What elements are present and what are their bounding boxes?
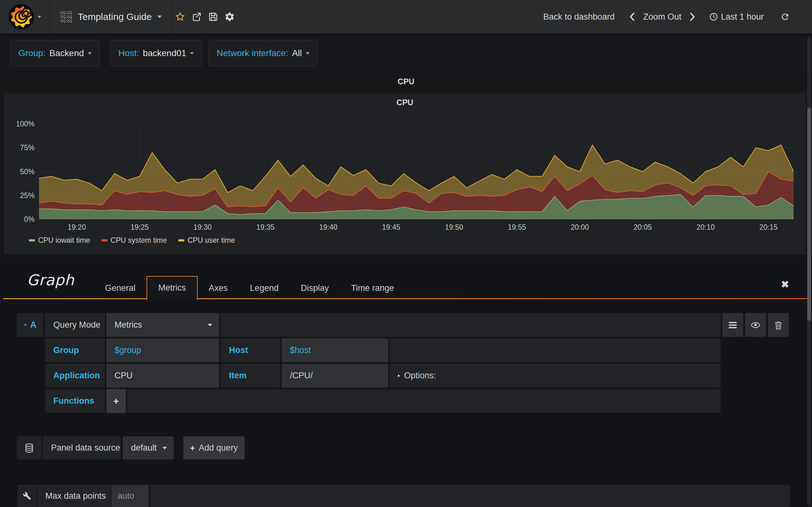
tab-metrics[interactable]: Metrics [147, 276, 198, 300]
query-mode-value: Metrics [114, 320, 142, 330]
svg-text:20:05: 20:05 [633, 223, 652, 231]
zoom-out-button[interactable]: Zoom Out [643, 12, 681, 22]
query-menu-button[interactable] [722, 313, 743, 337]
panel-settings-icon-cell [17, 485, 37, 507]
share-button[interactable] [189, 0, 205, 34]
svg-text:19:35: 19:35 [256, 223, 275, 231]
plus-icon: + [190, 444, 195, 452]
template-variables-bar: Group: Backend Host: backend01 Network i… [0, 34, 812, 72]
plus-icon: + [113, 396, 119, 406]
legend-swatch [178, 239, 184, 241]
caret-down-icon [24, 324, 27, 326]
max-data-points-input[interactable] [111, 485, 149, 507]
item-field-label: Item [221, 364, 281, 388]
options-toggle[interactable]: Options: [390, 364, 721, 388]
time-range-button[interactable]: Last 1 hour [709, 12, 764, 22]
host-field-label: Host [221, 338, 281, 362]
svg-text:20:15: 20:15 [759, 223, 778, 231]
variable-host-dropdown[interactable]: Host: backend01 [110, 40, 202, 66]
legend-label: CPU iowait time [38, 236, 90, 245]
svg-text:19:45: 19:45 [382, 223, 400, 231]
query-ref-collapse[interactable]: A [17, 313, 44, 337]
trash-icon [774, 320, 783, 330]
query-toggle-visibility-button[interactable] [745, 313, 766, 337]
tab-general[interactable]: General [94, 277, 147, 299]
share-icon [192, 12, 202, 22]
tab-legend[interactable]: Legend [239, 277, 290, 299]
tab-axes[interactable]: Axes [198, 277, 239, 299]
legend-swatch [101, 239, 107, 241]
options-label: Options: [404, 371, 436, 381]
row-title: CPU [0, 77, 812, 86]
datasource-icon-cell [17, 436, 42, 459]
query-row-filler [221, 313, 721, 337]
menu-icon [728, 321, 738, 329]
application-field-input[interactable]: CPU [106, 364, 219, 388]
caret-right-icon [398, 374, 400, 377]
svg-text:19:20: 19:20 [67, 223, 86, 231]
variable-value: All [292, 48, 302, 58]
group-field-label: Group [45, 338, 105, 362]
query-mode-label: Query Mode [45, 313, 105, 337]
datasource-value: default [131, 443, 157, 453]
cpu-stacked-area-chart[interactable]: 0%25%50%75%100%19:2019:2519:3019:3519:40… [4, 93, 806, 237]
svg-text:20:00: 20:00 [571, 223, 589, 231]
variable-label: Host: [118, 48, 139, 58]
eye-icon [750, 320, 761, 330]
variable-network-interface-dropdown[interactable]: Network interface: All [209, 40, 317, 66]
gear-icon [224, 11, 235, 22]
application-field-label: Application [45, 364, 105, 388]
variable-label: Group: [18, 48, 46, 58]
dashboard-title-dropdown[interactable]: Templating Guide [50, 0, 172, 34]
dashboard-grid-icon [60, 11, 72, 22]
row-filler [127, 389, 721, 413]
item-field-input[interactable]: /CPU/ [282, 364, 388, 388]
chevron-down-icon [208, 324, 212, 326]
svg-text:20:10: 20:10 [697, 223, 715, 231]
svg-text:0%: 0% [24, 215, 35, 223]
editor-tabbar: General Metrics Axes Legend Display Time… [0, 275, 812, 299]
legend-label: CPU system time [111, 236, 167, 245]
add-function-button[interactable]: + [106, 389, 126, 413]
grafana-logo-icon [8, 4, 34, 30]
variable-label: Network interface: [217, 48, 288, 58]
svg-text:100%: 100% [16, 120, 35, 128]
svg-text:19:30: 19:30 [194, 223, 212, 231]
query-delete-button[interactable] [768, 313, 789, 337]
time-range-label: Last 1 hour [721, 12, 764, 22]
svg-text:19:25: 19:25 [131, 223, 149, 231]
tab-display[interactable]: Display [290, 277, 340, 299]
navbar: Templating Guide [0, 0, 812, 34]
add-query-button[interactable]: + Add query [183, 436, 245, 459]
close-icon[interactable]: ✖ [781, 279, 789, 289]
chevron-down-icon [306, 52, 310, 55]
add-query-label: Add query [199, 443, 238, 453]
query-mode-select[interactable]: Metrics [106, 313, 219, 337]
back-to-dashboard-button[interactable]: Back to dashboard [543, 12, 615, 22]
grafana-menu-button[interactable] [0, 0, 50, 34]
database-icon [24, 443, 34, 453]
chevron-right-icon[interactable] [690, 12, 695, 21]
legend-label: CPU user time [188, 236, 235, 245]
dashboard-title: Templating Guide [78, 11, 152, 22]
scrollbar-thumb[interactable] [807, 108, 811, 321]
functions-label: Functions [45, 389, 105, 413]
group-field-input[interactable]: $group [106, 338, 219, 362]
legend-item-user[interactable]: CPU user time [178, 236, 235, 245]
tab-time-range[interactable]: Time range [340, 277, 405, 299]
star-button[interactable] [172, 0, 189, 34]
max-data-points-field [111, 485, 149, 507]
legend-item-iowait[interactable]: CPU iowait time [29, 236, 90, 245]
host-field-input[interactable]: $host [282, 338, 388, 362]
variable-group-dropdown[interactable]: Group: Backend [10, 40, 100, 66]
chevron-down-icon [157, 15, 162, 18]
chevron-down-icon [190, 52, 194, 55]
datasource-select[interactable]: default [123, 436, 174, 459]
refresh-icon[interactable] [780, 12, 790, 21]
row-filler [150, 485, 790, 507]
svg-text:19:50: 19:50 [445, 223, 463, 231]
settings-button[interactable] [221, 0, 238, 34]
save-button[interactable] [205, 0, 221, 34]
legend-item-system[interactable]: CPU system time [101, 236, 167, 245]
chevron-left-icon[interactable] [629, 12, 635, 21]
